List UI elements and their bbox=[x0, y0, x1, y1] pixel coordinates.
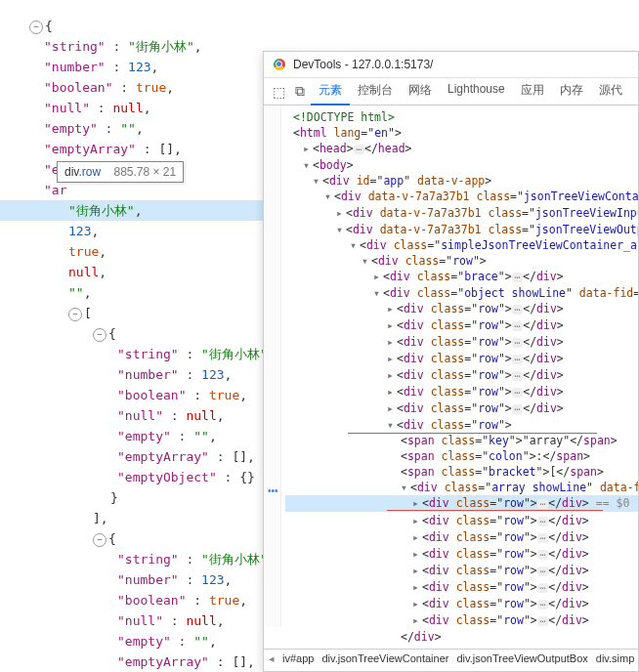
highlighted-row[interactable]: "街角小林", bbox=[0, 200, 274, 221]
collapse-icon[interactable]: − bbox=[93, 533, 106, 547]
tab-elements[interactable]: 元素 bbox=[311, 77, 350, 105]
collapse-icon[interactable]: − bbox=[29, 21, 43, 34]
breadcrumb[interactable]: ◂ iv#app div.jsonTreeViewContainer div.j… bbox=[264, 649, 638, 668]
gutter-marker-icon[interactable]: ••• bbox=[268, 485, 278, 496]
devtools-title: DevTools - 127.0.0.1:5173/ bbox=[293, 58, 433, 71]
collapse-icon[interactable]: − bbox=[93, 328, 106, 342]
chrome-logo-icon bbox=[272, 57, 287, 72]
devtools-panel: DevTools - 127.0.0.1:5173/ ⬚ ⧉ 元素 控制台 网络… bbox=[263, 51, 639, 672]
tab-console[interactable]: 控制台 bbox=[350, 77, 401, 105]
elements-tree[interactable]: <!DOCTYPE html> <html lang="en"> ▸<head>… bbox=[281, 105, 638, 649]
tab-sources[interactable]: 源代 bbox=[591, 77, 630, 105]
collapse-icon[interactable]: − bbox=[68, 308, 82, 321]
tab-application[interactable]: 应用 bbox=[513, 77, 552, 105]
inspect-icon[interactable]: ⬚ bbox=[268, 84, 289, 100]
json-tree-panel: −{ "string" : "街角小林", "number" : 123, "b… bbox=[0, 16, 274, 672]
element-tooltip: div.row 885.78 × 21 bbox=[57, 161, 184, 183]
selected-element-row[interactable]: ▸<div class="row">⋯</div> == $0 bbox=[285, 495, 638, 512]
tab-memory[interactable]: 内存 bbox=[552, 77, 591, 105]
devtools-toolbar: ⬚ ⧉ 元素 控制台 网络 Lighthouse 应用 内存 源代 bbox=[264, 78, 638, 105]
tab-lighthouse[interactable]: Lighthouse bbox=[440, 77, 513, 105]
device-icon[interactable]: ⧉ bbox=[289, 83, 311, 100]
tab-network[interactable]: 网络 bbox=[401, 77, 440, 105]
devtools-titlebar[interactable]: DevTools - 127.0.0.1:5173/ bbox=[264, 52, 638, 78]
